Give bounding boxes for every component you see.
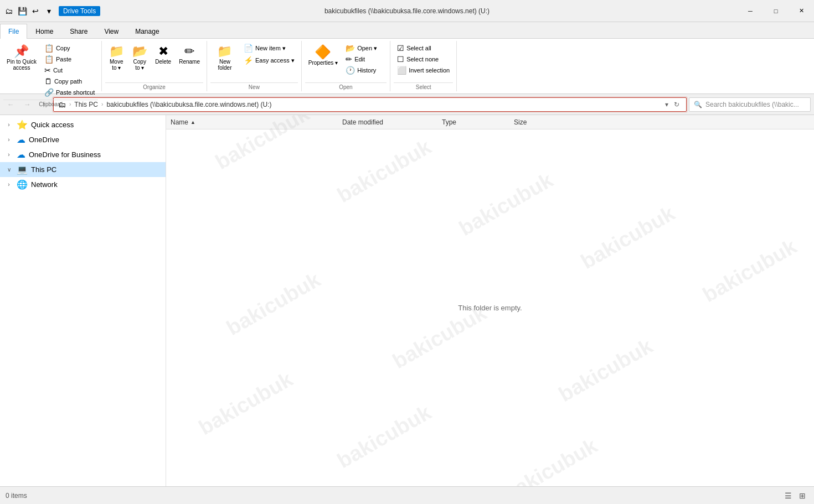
file-area: bakicubuk bakicubuk bakicubuk bakicubuk … (166, 115, 814, 486)
tab-home[interactable]: Home (27, 24, 61, 39)
sidebar-item-onedrive-business[interactable]: › ☁ OneDrive for Business (0, 147, 166, 162)
sidebar-item-onedrive[interactable]: › ☁ OneDrive (0, 132, 166, 147)
customize-qat-icon[interactable]: ▾ (43, 6, 54, 17)
new-folder-button[interactable]: 📁 Newfolder (210, 43, 239, 73)
select-label: Select (394, 82, 453, 91)
new-label: New (210, 82, 298, 91)
search-bar[interactable]: 🔍 Search bakicubukfiles (\\bakic... (689, 97, 811, 112)
paste-shortcut-button[interactable]: 🔗 Paste shortcut (41, 87, 98, 97)
sidebar-item-quick-access[interactable]: › ⭐ Quick access (0, 117, 166, 132)
tab-share[interactable]: Share (61, 24, 96, 39)
column-name[interactable]: Name ▲ (166, 116, 338, 128)
column-type[interactable]: Type (437, 116, 509, 128)
move-to-icon: 📁 (109, 45, 124, 58)
tab-view[interactable]: View (96, 24, 127, 39)
ribbon-group-clipboard-content: 📌 Pin to Quickaccess 📋 Copy 📋 Paste ✂ Cu… (3, 41, 98, 100)
title-bar: 🗂 💾 ↩ ▾ Drive Tools bakicubukfiles (\\ba… (0, 0, 814, 22)
column-size[interactable]: Size (509, 116, 565, 128)
undo-icon[interactable]: ↩ (30, 6, 41, 17)
minimize-button[interactable]: ─ (738, 0, 763, 22)
copy-path-icon: 🗒 (44, 77, 52, 85)
copy-button[interactable]: 📋 Copy (41, 43, 98, 53)
new-item-icon: 📄 (244, 44, 253, 52)
sidebar: › ⭐ Quick access › ☁ OneDrive › ☁ OneDri… (0, 115, 166, 486)
pin-to-quick-access-button[interactable]: 📌 Pin to Quickaccess (3, 43, 40, 73)
address-dropdown-button[interactable]: ▾ (663, 101, 671, 108)
file-header: Name ▲ Date modified Type Size (166, 115, 814, 129)
large-icons-view-button[interactable]: ⊞ (796, 490, 808, 502)
close-button[interactable]: ✕ (789, 0, 814, 22)
expand-icon-network: › (4, 181, 13, 188)
ribbon-group-open-content: 🔶 Properties ▾ 📂 Open ▾ ✏ Edit 🕐 History (305, 41, 387, 82)
file-area-inner: bakicubuk bakicubuk bakicubuk bakicubuk … (166, 115, 814, 486)
nav-bar: ← → ↑ 🗂 › This PC › bakicubukfiles (\\ba… (0, 94, 814, 115)
details-view-button[interactable]: ☰ (782, 490, 794, 502)
expand-icon-this-pc: ∨ (4, 167, 13, 173)
edit-icon: ✏ (346, 55, 352, 63)
window-controls: ─ □ ✕ (738, 0, 814, 22)
clipboard-label: Clipboard (3, 100, 98, 108)
copy-to-icon: 📂 (132, 45, 147, 58)
ribbon-group-open: 🔶 Properties ▾ 📂 Open ▾ ✏ Edit 🕐 History… (302, 41, 390, 91)
delete-icon: ✖ (158, 45, 168, 58)
onedrive-icon: ☁ (17, 134, 25, 145)
this-pc-label: This PC (31, 165, 161, 174)
open-label: Open (305, 82, 387, 91)
onedrive-label: OneDrive (29, 136, 161, 144)
quick-access-label: Quick access (31, 121, 161, 129)
cut-button[interactable]: ✂ Cut (41, 65, 98, 75)
refresh-button[interactable]: ↻ (672, 101, 682, 108)
sidebar-item-network[interactable]: › 🌐 Network (0, 177, 166, 192)
properties-icon: 🔶 (315, 45, 331, 59)
onedrive-business-label: OneDrive for Business (29, 150, 161, 159)
expand-icon-quick-access: › (4, 122, 13, 128)
copy-to-button[interactable]: 📂 Copyto ▾ (128, 43, 151, 73)
properties-button[interactable]: 🔶 Properties ▾ (305, 43, 341, 68)
move-to-button[interactable]: 📁 Moveto ▾ (105, 43, 127, 73)
expand-icon-onedrive: › (4, 137, 13, 143)
sidebar-item-this-pc[interactable]: ∨ 💻 This PC (0, 162, 166, 177)
invert-selection-button[interactable]: ⬜ Invert selection (394, 65, 453, 75)
breadcrumb-path: bakicubukfiles (\\bakicubuksa.file.core.… (106, 101, 271, 108)
address-controls: ▾ ↻ (663, 101, 682, 108)
tab-manage[interactable]: Manage (127, 24, 167, 39)
history-button[interactable]: 🕐 History (342, 65, 387, 75)
item-count: 0 items (6, 492, 27, 500)
easy-access-button[interactable]: ⚡ Easy access ▾ (240, 55, 298, 65)
paste-icon: 📋 (44, 55, 54, 63)
select-all-button[interactable]: ☑ Select all (394, 43, 453, 53)
window-title: bakicubukfiles (\\bakicubuksa.file.core.… (324, 7, 490, 15)
ribbon-group-organize-content: 📁 Moveto ▾ 📂 Copyto ▾ ✖ Delete ✏ Rename (105, 41, 203, 82)
rename-icon: ✏ (184, 45, 194, 58)
tab-file[interactable]: File (0, 24, 27, 39)
maximize-button[interactable]: □ (763, 0, 789, 22)
pin-icon: 📌 (14, 45, 29, 58)
folder-icon[interactable]: 🗂 (3, 6, 14, 17)
copy-path-button[interactable]: 🗒 Copy path (41, 76, 98, 86)
column-date-modified[interactable]: Date modified (338, 116, 437, 128)
breadcrumb-separator-2: › (101, 101, 103, 107)
paste-button[interactable]: 📋 Paste (41, 54, 98, 64)
select-all-icon: ☑ (397, 44, 404, 52)
ribbon: 📌 Pin to Quickaccess 📋 Copy 📋 Paste ✂ Cu… (0, 39, 814, 94)
save-icon[interactable]: 💾 (17, 6, 28, 17)
select-none-button[interactable]: ☐ Select none (394, 54, 453, 64)
open-button[interactable]: 📂 Open ▾ (342, 43, 387, 53)
ribbon-group-select-content: ☑ Select all ☐ Select none ⬜ Invert sele… (394, 41, 453, 82)
title-bar-left: 🗂 💾 ↩ ▾ Drive Tools (0, 6, 100, 17)
ribbon-group-organize: 📁 Moveto ▾ 📂 Copyto ▾ ✖ Delete ✏ Rename … (102, 41, 207, 91)
address-bar[interactable]: 🗂 › This PC › bakicubukfiles (\\bakicubu… (53, 97, 687, 112)
paste-shortcut-icon: 🔗 (44, 89, 54, 96)
rename-button[interactable]: ✏ Rename (176, 43, 203, 67)
ribbon-group-select: ☑ Select all ☐ Select none ⬜ Invert sele… (390, 41, 457, 91)
ribbon-tabs: File Home Share View Manage (0, 22, 814, 39)
onedrive-business-icon: ☁ (17, 149, 25, 160)
search-icon: 🔍 (694, 101, 702, 108)
delete-button[interactable]: ✖ Delete (152, 43, 174, 67)
easy-access-icon: ⚡ (244, 56, 253, 64)
ribbon-group-new: 📁 Newfolder 📄 New item ▾ ⚡ Easy access ▾… (207, 41, 302, 91)
status-bar: 0 items ☰ ⊞ (0, 486, 814, 504)
edit-button[interactable]: ✏ Edit (342, 54, 387, 64)
cut-icon: ✂ (44, 66, 51, 74)
new-item-button[interactable]: 📄 New item ▾ (240, 43, 298, 53)
